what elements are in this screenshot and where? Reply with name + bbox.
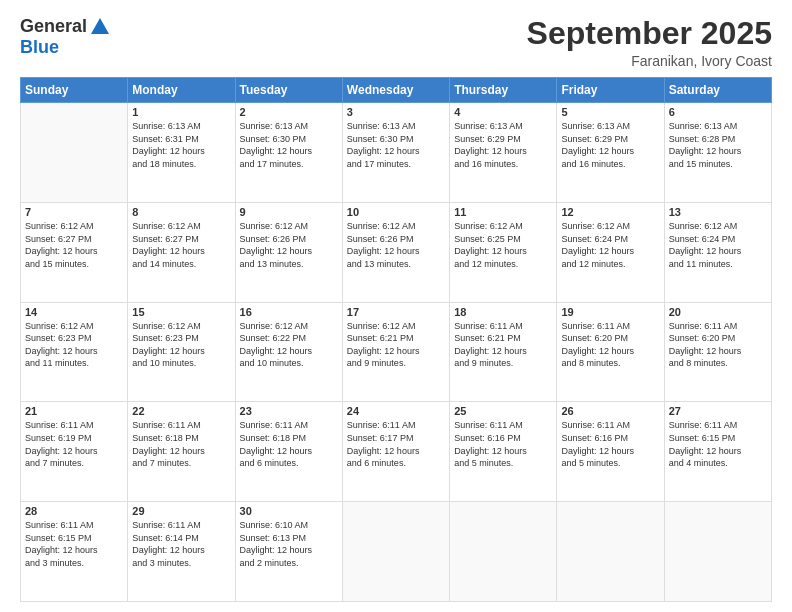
header-wednesday: Wednesday [342,78,449,103]
day-number: 14 [25,306,123,318]
table-row: 1Sunrise: 6:13 AM Sunset: 6:31 PM Daylig… [128,103,235,203]
table-row: 2Sunrise: 6:13 AM Sunset: 6:30 PM Daylig… [235,103,342,203]
table-row: 22Sunrise: 6:11 AM Sunset: 6:18 PM Dayli… [128,402,235,502]
day-info: Sunrise: 6:12 AM Sunset: 6:21 PM Dayligh… [347,320,445,370]
table-row: 17Sunrise: 6:12 AM Sunset: 6:21 PM Dayli… [342,302,449,402]
table-row: 5Sunrise: 6:13 AM Sunset: 6:29 PM Daylig… [557,103,664,203]
logo-blue: Blue [20,38,59,58]
table-row: 15Sunrise: 6:12 AM Sunset: 6:23 PM Dayli… [128,302,235,402]
day-info: Sunrise: 6:11 AM Sunset: 6:15 PM Dayligh… [669,419,767,469]
day-number: 3 [347,106,445,118]
day-number: 27 [669,405,767,417]
day-number: 28 [25,505,123,517]
calendar-week-row: 1Sunrise: 6:13 AM Sunset: 6:31 PM Daylig… [21,103,772,203]
day-number: 29 [132,505,230,517]
day-number: 12 [561,206,659,218]
day-info: Sunrise: 6:11 AM Sunset: 6:18 PM Dayligh… [240,419,338,469]
day-info: Sunrise: 6:12 AM Sunset: 6:25 PM Dayligh… [454,220,552,270]
day-number: 10 [347,206,445,218]
day-number: 4 [454,106,552,118]
table-row: 23Sunrise: 6:11 AM Sunset: 6:18 PM Dayli… [235,402,342,502]
day-number: 26 [561,405,659,417]
day-number: 17 [347,306,445,318]
day-info: Sunrise: 6:13 AM Sunset: 6:28 PM Dayligh… [669,120,767,170]
day-info: Sunrise: 6:13 AM Sunset: 6:29 PM Dayligh… [454,120,552,170]
logo-general: General [20,17,87,37]
logo-icon [89,16,111,38]
day-number: 20 [669,306,767,318]
table-row: 29Sunrise: 6:11 AM Sunset: 6:14 PM Dayli… [128,502,235,602]
header-tuesday: Tuesday [235,78,342,103]
header-thursday: Thursday [450,78,557,103]
day-number: 15 [132,306,230,318]
day-number: 2 [240,106,338,118]
page: General Blue September 2025 Faranikan, I… [0,0,792,612]
table-row [21,103,128,203]
table-row: 27Sunrise: 6:11 AM Sunset: 6:15 PM Dayli… [664,402,771,502]
day-info: Sunrise: 6:11 AM Sunset: 6:17 PM Dayligh… [347,419,445,469]
table-row: 9Sunrise: 6:12 AM Sunset: 6:26 PM Daylig… [235,202,342,302]
day-info: Sunrise: 6:13 AM Sunset: 6:30 PM Dayligh… [347,120,445,170]
header-saturday: Saturday [664,78,771,103]
day-info: Sunrise: 6:11 AM Sunset: 6:15 PM Dayligh… [25,519,123,569]
day-number: 22 [132,405,230,417]
day-number: 7 [25,206,123,218]
table-row: 26Sunrise: 6:11 AM Sunset: 6:16 PM Dayli… [557,402,664,502]
day-info: Sunrise: 6:13 AM Sunset: 6:30 PM Dayligh… [240,120,338,170]
day-number: 6 [669,106,767,118]
day-info: Sunrise: 6:13 AM Sunset: 6:29 PM Dayligh… [561,120,659,170]
day-number: 21 [25,405,123,417]
table-row: 25Sunrise: 6:11 AM Sunset: 6:16 PM Dayli… [450,402,557,502]
table-row: 16Sunrise: 6:12 AM Sunset: 6:22 PM Dayli… [235,302,342,402]
table-row [557,502,664,602]
day-info: Sunrise: 6:11 AM Sunset: 6:18 PM Dayligh… [132,419,230,469]
table-row: 19Sunrise: 6:11 AM Sunset: 6:20 PM Dayli… [557,302,664,402]
table-row: 6Sunrise: 6:13 AM Sunset: 6:28 PM Daylig… [664,103,771,203]
day-number: 24 [347,405,445,417]
table-row: 13Sunrise: 6:12 AM Sunset: 6:24 PM Dayli… [664,202,771,302]
day-number: 5 [561,106,659,118]
day-number: 9 [240,206,338,218]
table-row: 12Sunrise: 6:12 AM Sunset: 6:24 PM Dayli… [557,202,664,302]
day-info: Sunrise: 6:11 AM Sunset: 6:21 PM Dayligh… [454,320,552,370]
day-info: Sunrise: 6:12 AM Sunset: 6:27 PM Dayligh… [25,220,123,270]
day-number: 30 [240,505,338,517]
table-row: 11Sunrise: 6:12 AM Sunset: 6:25 PM Dayli… [450,202,557,302]
day-number: 25 [454,405,552,417]
calendar: Sunday Monday Tuesday Wednesday Thursday… [20,77,772,602]
table-row: 18Sunrise: 6:11 AM Sunset: 6:21 PM Dayli… [450,302,557,402]
table-row [450,502,557,602]
day-info: Sunrise: 6:11 AM Sunset: 6:20 PM Dayligh… [561,320,659,370]
calendar-week-row: 21Sunrise: 6:11 AM Sunset: 6:19 PM Dayli… [21,402,772,502]
table-row: 28Sunrise: 6:11 AM Sunset: 6:15 PM Dayli… [21,502,128,602]
day-info: Sunrise: 6:11 AM Sunset: 6:20 PM Dayligh… [669,320,767,370]
day-number: 16 [240,306,338,318]
svg-marker-0 [91,18,109,34]
day-info: Sunrise: 6:11 AM Sunset: 6:19 PM Dayligh… [25,419,123,469]
header: General Blue September 2025 Faranikan, I… [20,16,772,69]
day-number: 23 [240,405,338,417]
table-row: 4Sunrise: 6:13 AM Sunset: 6:29 PM Daylig… [450,103,557,203]
day-info: Sunrise: 6:12 AM Sunset: 6:26 PM Dayligh… [240,220,338,270]
table-row: 7Sunrise: 6:12 AM Sunset: 6:27 PM Daylig… [21,202,128,302]
day-info: Sunrise: 6:12 AM Sunset: 6:24 PM Dayligh… [561,220,659,270]
day-info: Sunrise: 6:11 AM Sunset: 6:16 PM Dayligh… [561,419,659,469]
table-row: 21Sunrise: 6:11 AM Sunset: 6:19 PM Dayli… [21,402,128,502]
day-info: Sunrise: 6:12 AM Sunset: 6:22 PM Dayligh… [240,320,338,370]
day-info: Sunrise: 6:12 AM Sunset: 6:24 PM Dayligh… [669,220,767,270]
day-info: Sunrise: 6:12 AM Sunset: 6:23 PM Dayligh… [25,320,123,370]
table-row: 8Sunrise: 6:12 AM Sunset: 6:27 PM Daylig… [128,202,235,302]
day-info: Sunrise: 6:10 AM Sunset: 6:13 PM Dayligh… [240,519,338,569]
header-monday: Monday [128,78,235,103]
table-row: 10Sunrise: 6:12 AM Sunset: 6:26 PM Dayli… [342,202,449,302]
day-info: Sunrise: 6:12 AM Sunset: 6:27 PM Dayligh… [132,220,230,270]
day-info: Sunrise: 6:13 AM Sunset: 6:31 PM Dayligh… [132,120,230,170]
table-row [342,502,449,602]
title-block: September 2025 Faranikan, Ivory Coast [527,16,772,69]
calendar-week-row: 28Sunrise: 6:11 AM Sunset: 6:15 PM Dayli… [21,502,772,602]
location-subtitle: Faranikan, Ivory Coast [527,53,772,69]
table-row: 20Sunrise: 6:11 AM Sunset: 6:20 PM Dayli… [664,302,771,402]
header-sunday: Sunday [21,78,128,103]
day-number: 8 [132,206,230,218]
logo: General Blue [20,16,111,58]
